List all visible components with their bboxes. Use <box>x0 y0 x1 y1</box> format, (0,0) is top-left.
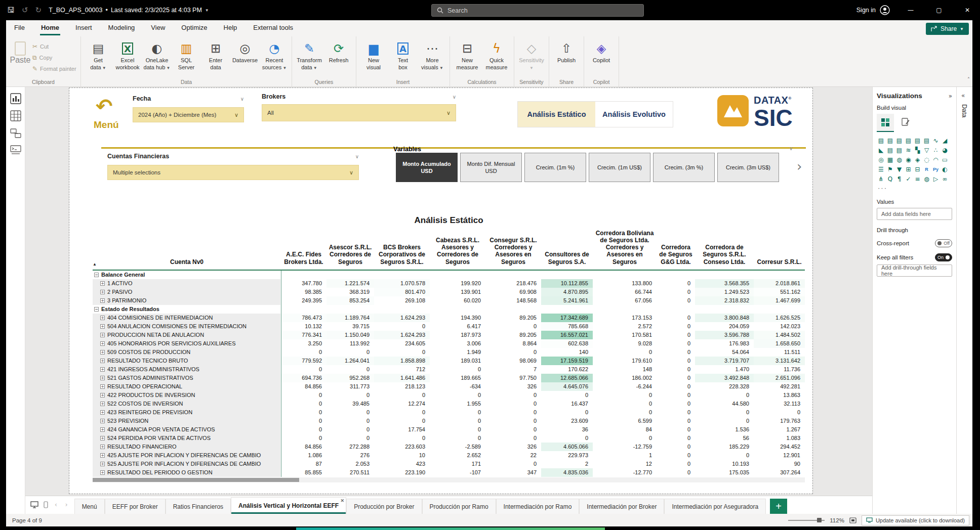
funnel-icon[interactable]: ▽ <box>922 146 931 154</box>
line-stacked-column-icon[interactable]: ▤ <box>886 146 894 154</box>
slicer-icon[interactable]: ▼ <box>895 165 904 173</box>
table-row[interactable]: +RESULTADO FINANCIERO84.856272.288223.60… <box>93 443 805 451</box>
menu-back-button[interactable]: Menú <box>94 119 119 130</box>
ribbon-tab-external-tools[interactable]: External tools <box>245 20 301 36</box>
page-tab[interactable]: EEFF por Broker <box>105 499 166 514</box>
100-stacked-bar-chart-icon[interactable]: ▤ <box>913 136 922 145</box>
expand-row-icon[interactable]: + <box>100 376 105 380</box>
ribbon-chart-icon[interactable]: ≋ <box>904 146 913 154</box>
fecha-dropdown[interactable]: 2024 (Año) + Diciembre (Mes) ∨ <box>133 107 244 122</box>
chevron-down-icon[interactable]: ∨ <box>453 94 456 100</box>
close-tab-icon[interactable]: ✕ <box>341 498 345 503</box>
window-title[interactable]: T_BO_APS_00003 • Last saved: 2/3/2025 at… <box>49 7 209 14</box>
table-row[interactable]: −Estado de Resultados <box>93 305 805 314</box>
scatter-chart-icon[interactable]: ∴ <box>931 146 940 154</box>
sign-in-button[interactable]: Sign in <box>856 5 890 15</box>
undo-icon[interactable]: ↺ <box>22 6 28 15</box>
table-row[interactable]: +RESULTADO DEL PERIODO O GESTION85.85527… <box>93 468 805 477</box>
expand-row-icon[interactable]: + <box>100 281 105 286</box>
ribbon-tab-help[interactable]: Help <box>216 20 246 36</box>
quick-measure-button[interactable]: ϟQuickmeasure <box>482 38 511 71</box>
chevron-down-icon[interactable]: ∨ <box>355 154 359 159</box>
r-script-icon[interactable]: R <box>922 165 931 173</box>
column-header[interactable]: Consegur S.R.L. Corredores y Asesores en… <box>485 229 541 270</box>
column-header[interactable]: BCS Brokers Corporativos de Seguros S.R.… <box>374 229 430 270</box>
table-row[interactable]: +521 GASTOS ADMINISTRATIVOS694.736952.26… <box>93 374 805 382</box>
brokers-dropdown[interactable]: All ∨ <box>262 104 456 121</box>
enter-data-button[interactable]: ⊞Enterdata <box>201 38 230 71</box>
table-row[interactable]: +PRODUCCION NETA DE ANULACION776.3411.15… <box>93 331 805 339</box>
metrics-icon[interactable]: ✓ <box>904 174 913 183</box>
column-header[interactable]: Cuenta Nv0 <box>93 229 281 270</box>
report-view-button[interactable] <box>10 93 21 104</box>
expand-row-icon[interactable]: + <box>100 393 105 398</box>
table-row[interactable]: +3 PATRIMONIO249.395853.254269.10860.020… <box>93 296 805 305</box>
power-automate-icon[interactable]: ∞ <box>941 174 949 183</box>
table-row[interactable]: +509 COSTOS DE PRODUCCION0001.9490140005… <box>93 348 805 357</box>
expand-row-icon[interactable]: + <box>100 445 105 449</box>
column-header[interactable]: Asescor S.R.L. Corredores de Seguros <box>326 229 374 270</box>
narrative-icon[interactable]: ¶ <box>895 174 904 183</box>
ribbon-tab-modeling[interactable]: Modeling <box>100 20 143 36</box>
more-visual-options-icon[interactable]: ··· <box>878 184 952 192</box>
expand-row-icon[interactable]: + <box>100 350 105 355</box>
paginated-report-icon[interactable]: ≡ <box>913 174 922 183</box>
line-chart-icon[interactable]: ∿ <box>931 136 940 145</box>
page-tab[interactable]: Intermediación por Broker <box>579 499 664 514</box>
dataverse-button[interactable]: ◎Dataverse <box>231 38 259 64</box>
table-row[interactable]: +424 GANANCIA POR VENTA DE ACTIVOS0017.7… <box>93 425 805 434</box>
chevron-down-icon[interactable]: ∨ <box>240 96 244 102</box>
card-icon[interactable]: ▭ <box>941 155 949 164</box>
expand-row-icon[interactable]: + <box>100 298 105 303</box>
more-visuals-button[interactable]: ⋯Morevisuals ▼ <box>418 38 446 71</box>
sensitivity-button[interactable]: ◇Sensitivity ▼ <box>517 38 546 71</box>
page-tab[interactable]: Intermediación por Aseguradora <box>664 499 766 514</box>
expand-row-icon[interactable]: + <box>100 384 105 389</box>
table-row[interactable]: +524 PERDIDA POR VENTA DE ACTIVOS0000000… <box>93 434 805 443</box>
collapse-ribbon-icon[interactable]: ˄ <box>967 77 970 82</box>
sql-server-button[interactable]: ▥SQLServer <box>172 38 200 71</box>
multi-row-card-icon[interactable]: ☰ <box>877 165 885 173</box>
column-header[interactable]: Corresur S.R.L. <box>754 229 805 270</box>
ribbon-tab-insert[interactable]: Insert <box>67 20 100 36</box>
fit-to-page-icon[interactable] <box>849 517 856 523</box>
filled-map-icon[interactable]: ◉ <box>904 155 913 164</box>
maximize-button[interactable]: ▢ <box>931 7 947 14</box>
column-header[interactable]: Consultores de Seguros S.A. <box>541 229 593 270</box>
dax-query-view-button[interactable] <box>10 145 21 156</box>
cross-report-toggle[interactable]: Off <box>935 239 952 247</box>
table-row[interactable]: +523 PREVISION0000023.6096.59900179.763 <box>93 417 805 425</box>
onelake-button[interactable]: ◐OneLakedata hub ▼ <box>143 38 171 71</box>
variable-button[interactable]: Crecim. (3m US$) <box>717 153 779 182</box>
table-row[interactable]: +525 AJUSTE POR INFLACION Y DIFERENCIAS … <box>93 460 805 468</box>
tab-scroll-left-icon[interactable]: ‹ <box>53 501 59 508</box>
back-arrow-icon[interactable]: ↶ <box>96 97 113 115</box>
python-visual-icon[interactable]: Py <box>931 165 940 173</box>
clustered-bar-chart-icon[interactable]: ▤ <box>895 136 904 145</box>
expand-row-icon[interactable]: + <box>100 290 105 294</box>
mobile-layout-icon[interactable] <box>44 501 48 508</box>
stacked-bar-chart-icon[interactable]: ▤ <box>877 136 885 145</box>
waterfall-chart-icon[interactable]: ▚ <box>913 146 922 154</box>
expand-row-icon[interactable]: + <box>100 367 105 372</box>
copy-button[interactable]: ⧉Copy <box>32 53 76 62</box>
stacked-column-chart-icon[interactable]: ▤ <box>886 136 894 145</box>
expand-row-icon[interactable]: + <box>100 462 105 466</box>
expand-row-icon[interactable]: + <box>100 453 105 458</box>
gauge-icon[interactable]: ◠ <box>931 155 940 164</box>
area-chart-icon[interactable]: ◢ <box>941 136 949 145</box>
zoom-slider[interactable] <box>788 520 825 521</box>
paste-button[interactable]: Paste <box>9 38 31 65</box>
scrollbar-thumb[interactable] <box>93 478 299 482</box>
variable-button[interactable]: Monto Acumulado USD <box>396 153 458 182</box>
collapse-row-icon[interactable]: − <box>94 307 99 312</box>
build-visual-tab[interactable] <box>877 114 894 132</box>
data-pane-collapsed[interactable]: « Data <box>956 87 972 514</box>
format-painter-button[interactable]: ✎Format painter <box>32 64 76 73</box>
table-row[interactable]: −Balance General <box>93 270 805 279</box>
redo-icon[interactable]: ↻ <box>35 6 42 15</box>
expand-row-icon[interactable]: + <box>100 470 105 475</box>
report-page[interactable]: ↶ Menú Fecha ∨ 2024 (Año) + Diciembre (M… <box>69 88 812 494</box>
close-button[interactable]: ✕ <box>960 7 975 14</box>
donut-chart-icon[interactable]: ◎ <box>877 155 885 164</box>
